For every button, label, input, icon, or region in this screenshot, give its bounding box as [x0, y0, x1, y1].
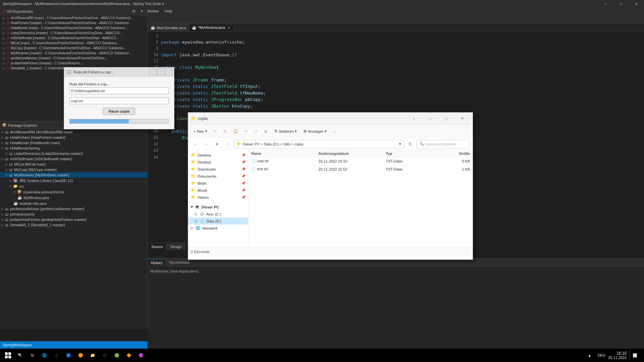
taskbar-sts[interactable]: ⬡ [99, 350, 110, 361]
dialog-title-text: Ruta del Fichero a cop... [73, 70, 114, 74]
fe-view-button[interactable]: ⊞ Anzeigen ▾ [301, 127, 329, 136]
copy-dialog: 🪟 Ruta del Fichero a cop... ─ □ ✕ Ruta d… [64, 67, 174, 129]
fe-address-bar[interactable]: 📁 Dieser PC > Data (D:) > Utils > copia … [234, 140, 404, 148]
pkg-item[interactable]: ▷🗂 ListarDirectorios [ListarDirectorios … [0, 151, 147, 156]
taskbar-app2[interactable]: 🟠 [75, 350, 86, 361]
fe-share-button[interactable]: ↗ [252, 127, 260, 136]
pkg-item[interactable]: ▷📚 JRE System Library [JavaSE-11] [0, 178, 147, 183]
file-row-test[interactable]: 📄 test.txt 26.11.2022 15:53 TXT-Datei 1 … [249, 165, 473, 173]
git-repo-item[interactable]: ▷⬡ HolaFichero [master] - C:\Users\Anton… [0, 20, 147, 25]
design-tab[interactable]: Design [167, 243, 185, 250]
git-repo-item[interactable]: ▷⬡ ListarDirectorios [master] - C:\Users… [0, 31, 147, 36]
fe-sidebar-item-videos[interactable]: 📁 Videos 📌 [188, 194, 248, 201]
fe-sidebar-item-dokumente[interactable]: 📁 Dokumente 📌 [188, 173, 248, 180]
sync-tab[interactable]: Synchronize [166, 259, 193, 266]
tab-mywindow[interactable]: ☕ *MyWindow.java ✕ [189, 24, 234, 31]
git-repo-item[interactable]: ▷⬡ mDirSelfmade [master] - C:\Users\Anto… [0, 36, 147, 41]
taskbar-edge[interactable]: 🌐 [39, 350, 50, 361]
pkg-item[interactable]: ▷🗂 HolaMundo [HolaMundo main] [0, 140, 147, 145]
pkg-item[interactable]: ▷🗂 Senable8_1 [Senable8_1 master] [0, 222, 147, 228]
fe-sidebar-item-acer[interactable]: ▷ 💿 Acer (C:) [188, 210, 248, 218]
hacer-copia-button[interactable]: Hacer copia [103, 108, 135, 115]
git-repo-item[interactable]: ▷⬡ MiCat [main] - C:\Users\AntonioFrisch… [0, 41, 147, 46]
taskbar-app3[interactable]: 🟢 [111, 350, 122, 361]
fe-more-button[interactable]: ··· [331, 127, 339, 136]
taskbar-app4[interactable]: 🔶 [123, 350, 134, 361]
pkg-item[interactable]: ▷🗂 MyCopy [MyCopy master] [0, 167, 147, 172]
pkg-item[interactable]: ▷🗂 HolaFichero [HolaFichero master] [0, 135, 147, 140]
taskbar-app5[interactable]: 🟣 [136, 350, 146, 361]
fe-back-button[interactable]: ← [191, 139, 200, 149]
git-repo-item[interactable]: ▷⬡ MyCopy [master] - C:\Users\AntonioFri… [0, 46, 147, 51]
git-close-button[interactable]: ✕ [138, 8, 145, 15]
taskbar-taskview[interactable]: ⧉ [27, 350, 38, 361]
pkg-item[interactable]: ▷🗂 HolaMundoSpring [0, 145, 147, 151]
tab-mywindow-close[interactable]: ✕ [226, 25, 231, 30]
fe-sidebar-item-bilder[interactable]: 📁 Bilder 📌 [188, 180, 248, 187]
fe-search-box[interactable]: 🔍 copia durchsuchen [416, 140, 470, 148]
fe-sidebar-item-desktop1[interactable]: 📁 Desktop 📌 [188, 152, 248, 159]
fe-rename-button[interactable]: ✏ [242, 127, 250, 136]
history-tab[interactable]: History [148, 259, 166, 266]
file-date-copi: 26.11.2022 16:10 [319, 159, 386, 163]
pkg-item[interactable]: ☕ module-info.java [0, 200, 147, 206]
git-collapse-button[interactable]: ⊟ [130, 8, 137, 15]
start-button[interactable] [3, 350, 13, 361]
git-repo-item[interactable]: ▷⬡ HolaMundo [main] - C:\Users\AntonioFr… [0, 25, 147, 31]
taskbar-systray-up[interactable]: ▲ [584, 350, 595, 361]
fe-close-button[interactable]: ✕ [454, 113, 470, 124]
pkg-item-mywindows[interactable]: ▽🗂 MyWindows [MyWindows master] [0, 172, 147, 178]
fe-maximize-button[interactable]: □ [438, 113, 454, 124]
dialog-source-path-input[interactable] [69, 87, 169, 94]
taskbar-show-desktop[interactable]: ⬜ [629, 350, 640, 361]
pkg-item[interactable]: ▷🗂 MiCat [MiCat main] [0, 162, 147, 167]
fe-sidebar-item-netzwerk[interactable]: ▷ 🌐 Netzwerk [188, 225, 248, 232]
fe-forward-button[interactable]: → [202, 139, 211, 149]
fe-add-tab-button[interactable]: + [406, 113, 422, 124]
file-row-copi[interactable]: 📄 copi.txt 26.11.2022 16:10 TXT-Datei 0 … [249, 157, 473, 165]
fe-sidebar-item-downloads[interactable]: 📁 Downloads 📌 [188, 166, 248, 173]
fe-paste-button[interactable]: 📋 [230, 127, 240, 136]
fe-minimize-button[interactable]: ─ [422, 113, 438, 124]
git-repo-item[interactable]: ▷⬡ ArchBinarioRW [main] - C:\Users\Anton… [0, 15, 147, 20]
taskbar-spotify[interactable]: ♫ [51, 350, 62, 361]
fe-sidebar-item-desktop2[interactable]: 📁 Desktop 📌 [188, 159, 248, 166]
pkg-item-mywindow-java[interactable]: ☕ MyWindow.java [0, 195, 147, 200]
taskbar-fileexplorer[interactable]: 📁 [87, 350, 98, 361]
pkg-item[interactable]: ▷🗂 primerproyecto [0, 212, 147, 217]
fe-cut-button[interactable]: ✂ [211, 127, 220, 136]
fe-sort-button[interactable]: ⇅ Sortieren ▾ [272, 127, 300, 136]
git-repo-item[interactable]: ▷⬡ probarHolaFichero [master] - C:\Users… [0, 61, 147, 66]
fe-copy-button[interactable]: ⧉ [221, 127, 229, 136]
pkg-item[interactable]: ▷🗂 mDirSelfmade [mDirSelfmade master] [0, 156, 147, 162]
dialog-minimize-button[interactable]: ─ [149, 69, 157, 75]
git-repo-item[interactable]: ▷⬡ perifericosAdvisor [master] - C:\User… [0, 56, 147, 61]
taskbar-search[interactable]: 🔍 [15, 350, 25, 361]
fe-new-button[interactable]: + Neu ▾ [191, 127, 210, 136]
pkg-item[interactable]: ▷🗂 probarHolaFichero [probarHolaFichero … [0, 217, 147, 222]
fe-sidebar-item-musik[interactable]: 📁 Musik 📌 [188, 187, 248, 194]
minimize-button[interactable]: ─ [598, 0, 613, 7]
pkg-item[interactable]: ▽📁 src [0, 183, 147, 189]
close-button[interactable]: ✕ [629, 0, 644, 7]
tab-main-seriable[interactable]: ☕ MainSeriable.java [148, 24, 189, 31]
git-repo-item[interactable]: ▷⬡ MyWindows [master] - C:\Users\Antonio… [0, 51, 147, 56]
dialog-restore-button[interactable]: □ [157, 69, 165, 75]
maximize-button[interactable]: □ [613, 0, 629, 7]
dialog-close-button[interactable]: ✕ [165, 69, 173, 75]
dialog-dest-name-input[interactable] [69, 98, 169, 104]
menu-help[interactable]: Help [162, 8, 175, 14]
fe-up-dropdown-button[interactable]: ▾ [212, 139, 222, 149]
fe-sidebar-item-dieser-pc[interactable]: ▾ 💻 Dieser PC [188, 203, 248, 210]
fe-refresh-button[interactable]: ↻ [406, 139, 415, 149]
pkg-item[interactable]: ▽📦 mywindow.antoniofrische [0, 189, 147, 195]
pkg-item[interactable]: ▷🗂 ArchBinarioRW [ArchBinarioRW main] [0, 129, 147, 135]
pkg-item[interactable]: ▷🗂 perifericosAdvisor [perifericosAdviso… [0, 206, 147, 212]
fe-search-placeholder: copia durchsuchen [425, 142, 456, 146]
fe-delete-button[interactable]: 🗑 [261, 127, 270, 136]
fe-up-button[interactable]: ↑ [223, 139, 232, 149]
fe-sidebar-item-data-d[interactable]: ▷ 💿 Data (D:) [188, 218, 248, 225]
source-tab[interactable]: Source [148, 243, 167, 250]
git-sidebar-title-group: ⬡ Git Repositories [2, 9, 33, 13]
taskbar-app1[interactable]: 🔵 [63, 350, 74, 361]
